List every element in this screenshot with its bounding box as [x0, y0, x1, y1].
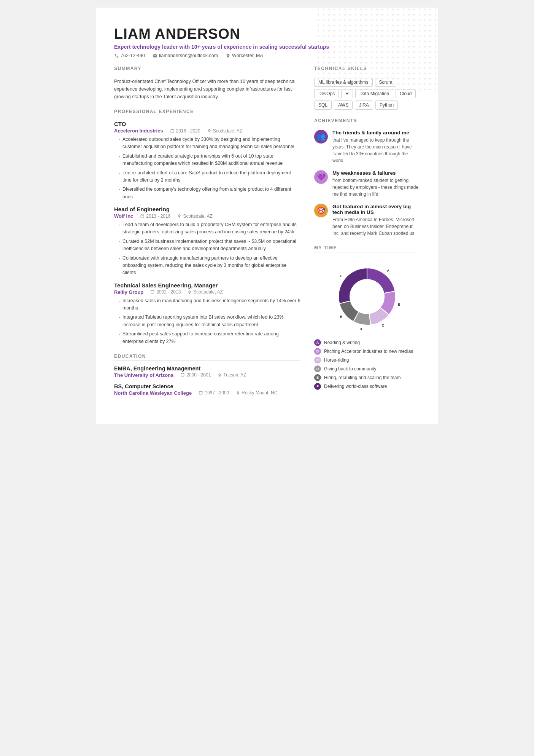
achievement-title-1: My weaknesses & failures: [332, 170, 420, 176]
legend-item-E: E Hiring, recruiting and scaling the tea…: [314, 374, 420, 381]
job-title-tech-sales: Technical Sales Engineering, Manager: [114, 282, 300, 289]
legend-item-F: F Delivering world-class software: [314, 383, 420, 390]
bullet-cto-3: Led re-architect effort of a core SaaS p…: [119, 169, 300, 184]
donut-label-A: A: [387, 269, 389, 273]
full-name: LIAM ANDERSON: [114, 26, 420, 42]
skill-tag: ML libraries & algorithms: [314, 78, 373, 87]
bullets-tech-sales: Increased sales in manufacturing and bus…: [114, 297, 300, 345]
summary-text: Product-orientated Chief Technology Offi…: [114, 78, 300, 100]
skill-tag: AWS: [334, 100, 353, 110]
location-cto: Scottsdale, AZ: [207, 128, 242, 134]
skill-tag: Data Migration: [355, 89, 393, 98]
legend-item-B: B Pitching Acceloron industries to new m…: [314, 348, 420, 355]
degree-bs: BS, Computer Science: [114, 383, 300, 389]
skill-tag: Scrum: [375, 78, 397, 87]
achievements-container: 👥 The friends & family around me that I'…: [314, 130, 420, 237]
skill-tag: Python: [375, 100, 398, 110]
legend-text-E: Hiring, recruiting and scaling the team: [324, 375, 400, 380]
skill-tag: SQL: [314, 100, 332, 110]
legend-item-A: A Reading & writing: [314, 339, 420, 346]
email-icon: [153, 53, 157, 58]
mytime-legend: A Reading & writing B Pitching Acceloron…: [314, 339, 420, 390]
bullet-cto-2: Established and curated strategic partne…: [119, 153, 300, 167]
company-reilly: Reilly Group: [114, 289, 143, 295]
calendar-icon: [170, 129, 175, 133]
legend-text-F: Delivering world-class software: [324, 384, 387, 389]
loc-bs: Rocky Mount, NC: [236, 390, 277, 396]
bullet-cto-4: Diversified the company's technology off…: [119, 186, 300, 201]
legend-text-C: Horse-riding: [324, 357, 349, 363]
pin-icon5: [236, 391, 240, 395]
resume-page: LIAM ANDERSON Expert technology leader w…: [96, 8, 438, 424]
calendar-icon5: [199, 391, 203, 395]
bullet-he-2: Curated a $2M business implementation pr…: [119, 238, 300, 253]
calendar-icon3: [150, 290, 155, 294]
date-tech-sales: 2002 - 2013: [150, 289, 181, 295]
donut-label-B: B: [398, 303, 400, 306]
degree-emba: EMBA, Engineering Management: [114, 365, 300, 372]
bullet-he-1: Lead a team of developers to build a pro…: [119, 221, 300, 236]
achievement-icon-1: 💜: [314, 170, 328, 184]
achievement-icon-0: 👥: [314, 130, 328, 144]
edu-emba: EMBA, Engineering Management The Univers…: [114, 365, 300, 378]
phone-icon: [114, 53, 119, 58]
edu-meta-bs: North Carolina Wesleyan College 1997 - 2…: [114, 390, 300, 396]
left-column: SUMMARY Product-orientated Chief Technol…: [114, 66, 300, 401]
legend-dot-F: F: [314, 383, 321, 390]
achievement-desc-2: From Hello America to Forbes, Microsoft …: [332, 216, 420, 237]
calendar-icon4: [180, 373, 185, 377]
bullet-ts-1: Increased sales in manufacturing and bus…: [119, 297, 300, 312]
experience-title: PROFESSIONAL EXPERIENCE: [114, 109, 300, 116]
skill-tag: Cloud: [396, 89, 416, 98]
achievement-content-1: My weaknesses & failures from bottom-ran…: [332, 170, 420, 198]
bullet-ts-3: Streamlined post-sales support to increa…: [119, 330, 300, 345]
job-head-eng: Head of Engineering Wolf Inc 2013 - 2016…: [114, 206, 300, 277]
donut-label-F: F: [340, 274, 342, 278]
edu-meta-emba: The University of Arizona 2000 - 2001 Tu…: [114, 372, 300, 378]
company-acceleron: Acceleron Industries: [114, 128, 163, 134]
skill-tag: R: [341, 89, 353, 98]
skill-tag: JIRA: [355, 100, 373, 110]
donut-segment-F: [339, 268, 367, 304]
edu-bs: BS, Computer Science North Carolina Wesl…: [114, 383, 300, 396]
legend-dot-E: E: [314, 374, 321, 381]
job-tech-sales: Technical Sales Engineering, Manager Rei…: [114, 282, 300, 345]
achievement-content-2: Got featured in almost every big tech me…: [332, 204, 420, 237]
date-cto: 2016 - 2020: [170, 128, 200, 134]
main-columns: SUMMARY Product-orientated Chief Technol…: [114, 66, 420, 401]
achievement-item-1: 💜 My weaknesses & failures from bottom-r…: [314, 170, 420, 198]
bullet-cto-1: Accelerated outbound sales cycle by 330%…: [119, 136, 300, 151]
date-bs: 1997 - 2000: [199, 390, 229, 396]
email: liamanderson@outlook.com: [153, 53, 218, 58]
legend-dot-B: B: [314, 348, 321, 355]
location-head-eng: Scottsdale, AZ: [177, 214, 212, 219]
achievement-icon-2: 🎯: [314, 204, 328, 217]
tagline: Expert technology leader with 10+ years …: [114, 44, 420, 50]
achievement-title-2: Got featured in almost every big tech me…: [332, 204, 420, 215]
donut-segment-A: [367, 268, 395, 293]
school-arizona: The University of Arizona: [114, 372, 173, 378]
achievement-desc-1: from bottom-ranked student to getting re…: [332, 177, 420, 198]
legend-item-C: C Horse-riding: [314, 357, 420, 364]
legend-text-A: Reading & writing: [324, 340, 360, 345]
company-wolf: Wolf Inc: [114, 213, 133, 219]
loc-emba: Tucson, AZ: [218, 372, 246, 378]
bullet-ts-2: Integrated Tableau reporting system into…: [119, 314, 300, 329]
job-meta-tech-sales: Reilly Group 2002 - 2013 Scottsdale, AZ: [114, 289, 300, 295]
skill-tag: DevOps: [314, 89, 339, 98]
location-icon: [226, 53, 230, 58]
date-head-eng: 2013 - 2016: [140, 214, 170, 219]
bullets-head-eng: Lead a team of developers to build a pro…: [114, 221, 300, 277]
legend-dot-A: A: [314, 339, 321, 346]
achievement-content-0: The friends & family around me that I've…: [332, 130, 420, 164]
pin-icon3: [188, 290, 192, 294]
phone: 762-12-490: [114, 53, 145, 58]
achievements-title: ACHIEVEMENTS: [314, 118, 420, 125]
education-title: EDUCATION: [114, 354, 300, 361]
job-title-cto: CTO: [114, 121, 300, 127]
job-meta-cto: Acceleron Industries 2016 - 2020 Scottsd…: [114, 128, 300, 134]
summary-title: SUMMARY: [114, 66, 300, 73]
achievement-item-0: 👥 The friends & family around me that I'…: [314, 130, 420, 164]
job-title-head-eng: Head of Engineering: [114, 206, 300, 212]
skills-grid: ML libraries & algorithmsScrumDevOpsRDat…: [314, 78, 420, 110]
